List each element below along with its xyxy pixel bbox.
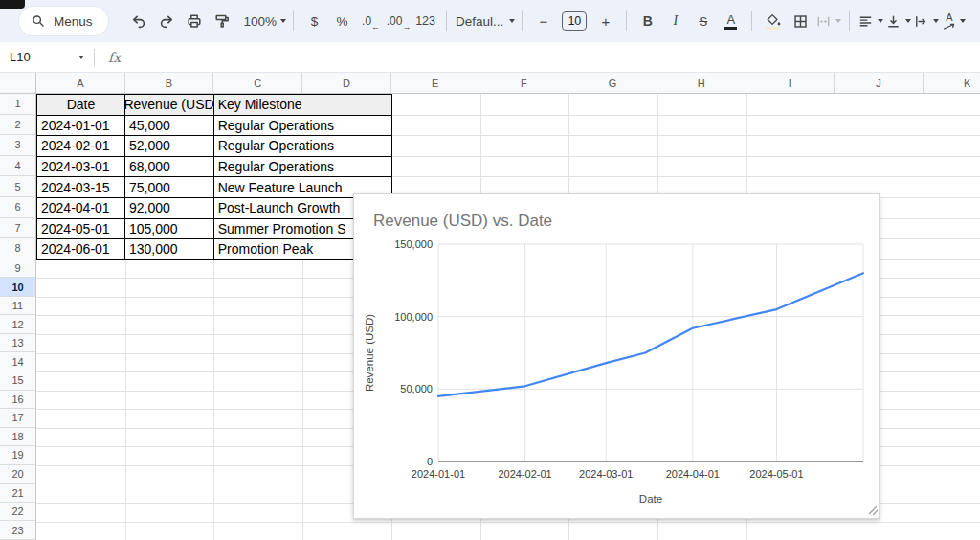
italic-button[interactable]: I	[661, 7, 689, 35]
data-cell[interactable]: 105,000	[125, 219, 214, 239]
data-cell[interactable]: 45,000	[125, 116, 214, 136]
column-header-K[interactable]: K	[924, 73, 980, 93]
data-cell[interactable]: 2024-03-01	[37, 157, 125, 177]
chart-x-axis-title: Date	[639, 493, 662, 505]
chart-y-tick-label: 50,000	[400, 383, 433, 394]
row-header-19[interactable]: 19	[0, 446, 35, 465]
revenue-series-line	[438, 273, 863, 396]
column-header-I[interactable]: I	[746, 73, 835, 93]
currency-label: $	[311, 14, 319, 29]
format-percent-button[interactable]: %	[328, 7, 356, 35]
data-cell[interactable]: 2024-05-01	[37, 219, 125, 239]
data-cell[interactable]: Regular Operations	[214, 136, 391, 156]
row-header-18[interactable]: 18	[0, 428, 35, 447]
data-cell[interactable]: 2024-02-01	[37, 136, 125, 156]
borders-button[interactable]	[787, 7, 814, 35]
font-size-value: 10	[568, 14, 581, 28]
decrease-font-size-button[interactable]: −	[529, 7, 557, 35]
select-all-corner[interactable]	[0, 73, 36, 94]
data-cell[interactable]: 130,000	[125, 239, 214, 259]
decrease-decimal-button[interactable]: .0←	[356, 7, 384, 35]
zoom-select[interactable]: 100%	[244, 7, 287, 35]
row-header-12[interactable]: 12	[0, 315, 35, 334]
increase-decimal-button[interactable]: .00→	[384, 7, 412, 35]
data-cell[interactable]: Regular Operations	[214, 116, 391, 136]
row-header-20[interactable]: 20	[0, 465, 35, 484]
data-cell[interactable]: 2024-01-01	[37, 116, 125, 136]
undo-button[interactable]	[125, 7, 153, 35]
chart-x-tick-label: 2024-03-01	[579, 468, 633, 480]
data-cell[interactable]: 75,000	[125, 177, 214, 197]
text-color-button[interactable]: A	[717, 7, 745, 35]
row-header-4[interactable]: 4	[0, 156, 35, 177]
row-header-10[interactable]: 10	[0, 278, 35, 297]
column-header-C[interactable]: C	[213, 73, 302, 93]
text-wrap-button[interactable]	[912, 7, 940, 35]
bold-icon: B	[643, 13, 653, 29]
redo-button[interactable]	[153, 7, 181, 35]
format-currency-button[interactable]: $	[301, 7, 328, 35]
column-header-H[interactable]: H	[657, 73, 746, 93]
row-header-7[interactable]: 7	[0, 218, 35, 239]
row-header-22[interactable]: 22	[0, 503, 35, 522]
column-header-J[interactable]: J	[835, 73, 924, 93]
column-header-B[interactable]: B	[125, 73, 214, 93]
search-icon	[31, 13, 46, 29]
row-header-6[interactable]: 6	[0, 197, 35, 218]
fill-color-button[interactable]	[759, 7, 787, 35]
table-row: 2024-02-0152,000Regular Operations	[37, 136, 391, 157]
header-cell[interactable]: Revenue (USD)	[125, 95, 214, 115]
header-cell[interactable]: Date	[37, 95, 125, 115]
paint-format-button[interactable]	[209, 7, 236, 35]
row-header-5[interactable]: 5	[0, 176, 35, 197]
row-header-14[interactable]: 14	[0, 352, 35, 371]
column-header-G[interactable]: G	[568, 73, 657, 93]
data-cell[interactable]: 52,000	[125, 136, 214, 156]
row-header-13[interactable]: 13	[0, 334, 35, 353]
name-box[interactable]: L10	[10, 50, 84, 64]
more-formats-button[interactable]: 123	[412, 7, 439, 35]
header-cell[interactable]: Key Milestone	[214, 95, 391, 115]
row-header-9[interactable]: 9	[0, 259, 35, 279]
text-rotation-button[interactable]: A	[940, 7, 968, 35]
column-header-A[interactable]: A	[36, 73, 125, 93]
data-cell[interactable]: 92,000	[125, 198, 214, 218]
column-header-D[interactable]: D	[302, 73, 391, 93]
row-header-1[interactable]: 1	[0, 94, 35, 115]
bold-button[interactable]: B	[634, 7, 661, 35]
row-header-23[interactable]: 23	[0, 521, 35, 540]
row-header-2[interactable]: 2	[0, 115, 35, 136]
font-size-input[interactable]: 10	[562, 11, 587, 31]
chevron-down-icon	[280, 19, 286, 23]
strikethrough-button[interactable]: S	[689, 7, 717, 35]
table-row: 2024-04-0192,000Post-Launch Growth	[37, 198, 391, 219]
row-header-16[interactable]: 16	[0, 391, 35, 410]
row-header-17[interactable]: 17	[0, 409, 35, 428]
chart-y-tick-label: 150,000	[394, 238, 433, 250]
row-header-15[interactable]: 15	[0, 371, 35, 391]
vertical-align-button[interactable]	[884, 7, 912, 35]
toolbar-divider	[522, 11, 523, 31]
chevron-down-icon	[835, 19, 841, 23]
chevron-down-icon	[78, 56, 84, 59]
chart-card[interactable]: 050,000100,000150,0002024-01-012024-02-0…	[353, 193, 880, 519]
menus-button[interactable]: Menus	[19, 7, 108, 35]
row-header-8[interactable]: 8	[0, 238, 35, 259]
merge-cells-button[interactable]	[814, 7, 842, 35]
increase-font-size-button[interactable]: +	[591, 7, 619, 35]
column-header-F[interactable]: F	[479, 73, 568, 93]
data-cell[interactable]: 2024-06-01	[37, 239, 125, 259]
data-cell[interactable]: 68,000	[125, 157, 214, 177]
data-cell[interactable]: 2024-04-01	[37, 198, 125, 218]
data-cell[interactable]: 2024-03-15	[37, 177, 125, 197]
row-header-21[interactable]: 21	[0, 484, 35, 503]
column-header-E[interactable]: E	[391, 73, 480, 93]
chevron-down-icon	[905, 19, 911, 23]
print-button[interactable]	[181, 7, 209, 35]
decrease-decimal-icon: .0←	[362, 14, 378, 28]
data-cell[interactable]: Regular Operations	[214, 157, 391, 177]
horizontal-align-button[interactable]	[857, 7, 884, 35]
row-header-3[interactable]: 3	[0, 135, 35, 156]
row-header-11[interactable]: 11	[0, 297, 35, 316]
font-select[interactable]: Defaul...	[454, 7, 515, 35]
